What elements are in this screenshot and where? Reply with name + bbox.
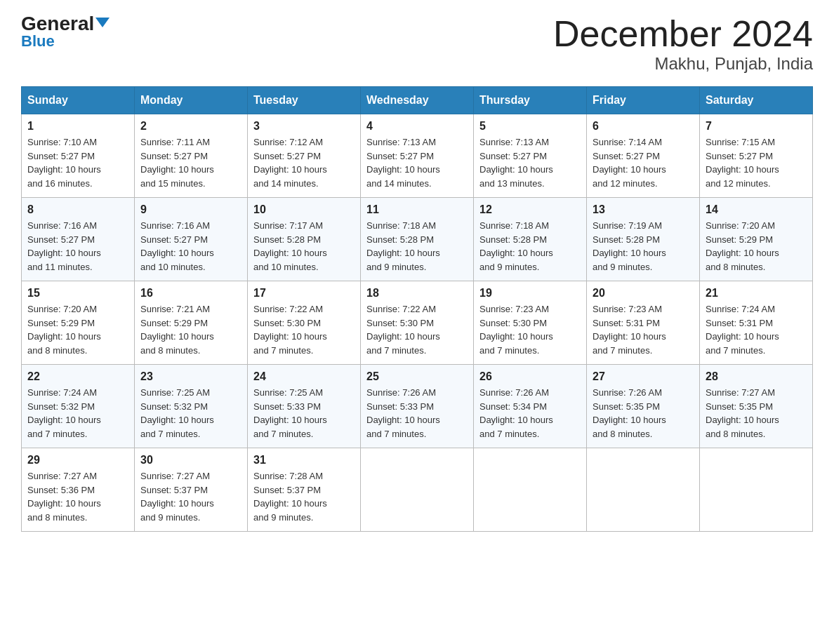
calendar-cell	[700, 448, 813, 532]
calendar-cell: 17 Sunrise: 7:22 AMSunset: 5:30 PMDaylig…	[248, 281, 361, 365]
day-number: 24	[253, 370, 355, 383]
day-number: 17	[253, 287, 355, 300]
calendar-cell: 21 Sunrise: 7:24 AMSunset: 5:31 PMDaylig…	[700, 281, 813, 365]
calendar-cell: 29 Sunrise: 7:27 AMSunset: 5:36 PMDaylig…	[22, 448, 135, 532]
col-tuesday: Tuesday	[248, 87, 361, 114]
day-number: 31	[253, 454, 355, 467]
day-info: Sunrise: 7:24 AMSunset: 5:32 PMDaylight:…	[27, 387, 101, 439]
calendar-cell: 18 Sunrise: 7:22 AMSunset: 5:30 PMDaylig…	[361, 281, 474, 365]
calendar-cell: 26 Sunrise: 7:26 AMSunset: 5:34 PMDaylig…	[474, 365, 587, 448]
day-info: Sunrise: 7:17 AMSunset: 5:28 PMDaylight:…	[253, 220, 327, 272]
col-thursday: Thursday	[474, 87, 587, 114]
calendar-title: December 2024	[553, 14, 813, 54]
day-info: Sunrise: 7:22 AMSunset: 5:30 PMDaylight:…	[366, 304, 440, 356]
col-monday: Monday	[135, 87, 248, 114]
day-number: 6	[593, 120, 694, 133]
calendar-cell: 30 Sunrise: 7:27 AMSunset: 5:37 PMDaylig…	[135, 448, 248, 532]
day-info: Sunrise: 7:16 AMSunset: 5:27 PMDaylight:…	[27, 220, 101, 272]
page-header: General Blue December 2024 Makhu, Punjab…	[21, 14, 813, 74]
calendar-cell: 19 Sunrise: 7:23 AMSunset: 5:30 PMDaylig…	[474, 281, 587, 365]
calendar-cell: 8 Sunrise: 7:16 AMSunset: 5:27 PMDayligh…	[22, 198, 135, 281]
day-number: 8	[27, 203, 128, 216]
calendar-cell	[587, 448, 700, 532]
day-number: 18	[366, 287, 468, 300]
day-number: 10	[253, 203, 355, 216]
calendar-cell: 7 Sunrise: 7:15 AMSunset: 5:27 PMDayligh…	[700, 114, 813, 198]
col-friday: Friday	[587, 87, 700, 114]
calendar-cell: 1 Sunrise: 7:10 AMSunset: 5:27 PMDayligh…	[22, 114, 135, 198]
day-info: Sunrise: 7:27 AMSunset: 5:36 PMDaylight:…	[27, 471, 101, 523]
calendar-cell	[361, 448, 474, 532]
day-number: 30	[140, 454, 241, 467]
calendar-table: Sunday Monday Tuesday Wednesday Thursday…	[21, 86, 813, 532]
calendar-cell	[474, 448, 587, 532]
day-info: Sunrise: 7:26 AMSunset: 5:35 PMDaylight:…	[593, 387, 666, 439]
calendar-cell: 6 Sunrise: 7:14 AMSunset: 5:27 PMDayligh…	[587, 114, 700, 198]
day-number: 26	[479, 370, 581, 383]
day-number: 15	[27, 287, 128, 300]
day-number: 21	[706, 287, 807, 300]
day-number: 4	[366, 120, 468, 133]
day-info: Sunrise: 7:28 AMSunset: 5:37 PMDaylight:…	[253, 471, 327, 523]
day-number: 25	[366, 370, 468, 383]
day-info: Sunrise: 7:25 AMSunset: 5:32 PMDaylight:…	[140, 387, 214, 439]
calendar-cell: 9 Sunrise: 7:16 AMSunset: 5:27 PMDayligh…	[135, 198, 248, 281]
day-info: Sunrise: 7:11 AMSunset: 5:27 PMDaylight:…	[140, 137, 214, 189]
day-info: Sunrise: 7:27 AMSunset: 5:35 PMDaylight:…	[706, 387, 779, 439]
day-info: Sunrise: 7:19 AMSunset: 5:28 PMDaylight:…	[593, 220, 666, 272]
logo-main-line: General	[21, 14, 110, 34]
day-info: Sunrise: 7:12 AMSunset: 5:27 PMDaylight:…	[253, 137, 327, 189]
calendar-cell: 4 Sunrise: 7:13 AMSunset: 5:27 PMDayligh…	[361, 114, 474, 198]
day-info: Sunrise: 7:22 AMSunset: 5:30 PMDaylight:…	[253, 304, 327, 356]
calendar-week-1: 1 Sunrise: 7:10 AMSunset: 5:27 PMDayligh…	[22, 114, 813, 198]
calendar-cell: 20 Sunrise: 7:23 AMSunset: 5:31 PMDaylig…	[587, 281, 700, 365]
day-info: Sunrise: 7:10 AMSunset: 5:27 PMDaylight:…	[27, 137, 101, 189]
calendar-subtitle: Makhu, Punjab, India	[553, 54, 813, 74]
day-number: 28	[706, 370, 807, 383]
day-number: 7	[706, 120, 807, 133]
calendar-cell: 23 Sunrise: 7:25 AMSunset: 5:32 PMDaylig…	[135, 365, 248, 448]
day-info: Sunrise: 7:20 AMSunset: 5:29 PMDaylight:…	[27, 304, 101, 356]
calendar-cell: 11 Sunrise: 7:18 AMSunset: 5:28 PMDaylig…	[361, 198, 474, 281]
day-info: Sunrise: 7:21 AMSunset: 5:29 PMDaylight:…	[140, 304, 214, 356]
day-number: 27	[593, 370, 694, 383]
day-number: 16	[140, 287, 241, 300]
day-info: Sunrise: 7:26 AMSunset: 5:34 PMDaylight:…	[479, 387, 553, 439]
day-info: Sunrise: 7:15 AMSunset: 5:27 PMDaylight:…	[706, 137, 779, 189]
day-number: 20	[593, 287, 694, 300]
calendar-cell: 22 Sunrise: 7:24 AMSunset: 5:32 PMDaylig…	[22, 365, 135, 448]
day-number: 2	[140, 120, 241, 133]
calendar-cell: 14 Sunrise: 7:20 AMSunset: 5:29 PMDaylig…	[700, 198, 813, 281]
day-info: Sunrise: 7:14 AMSunset: 5:27 PMDaylight:…	[593, 137, 666, 189]
calendar-cell: 31 Sunrise: 7:28 AMSunset: 5:37 PMDaylig…	[248, 448, 361, 532]
logo-blue: Blue	[21, 32, 55, 51]
day-info: Sunrise: 7:18 AMSunset: 5:28 PMDaylight:…	[366, 220, 440, 272]
calendar-cell: 28 Sunrise: 7:27 AMSunset: 5:35 PMDaylig…	[700, 365, 813, 448]
calendar-cell: 13 Sunrise: 7:19 AMSunset: 5:28 PMDaylig…	[587, 198, 700, 281]
day-number: 12	[479, 203, 581, 216]
calendar-cell: 5 Sunrise: 7:13 AMSunset: 5:27 PMDayligh…	[474, 114, 587, 198]
day-info: Sunrise: 7:16 AMSunset: 5:27 PMDaylight:…	[140, 220, 214, 272]
day-info: Sunrise: 7:23 AMSunset: 5:31 PMDaylight:…	[593, 304, 666, 356]
calendar-cell: 16 Sunrise: 7:21 AMSunset: 5:29 PMDaylig…	[135, 281, 248, 365]
calendar-cell: 27 Sunrise: 7:26 AMSunset: 5:35 PMDaylig…	[587, 365, 700, 448]
day-number: 3	[253, 120, 355, 133]
header-row: Sunday Monday Tuesday Wednesday Thursday…	[22, 87, 813, 114]
calendar-week-5: 29 Sunrise: 7:27 AMSunset: 5:36 PMDaylig…	[22, 448, 813, 532]
day-info: Sunrise: 7:13 AMSunset: 5:27 PMDaylight:…	[479, 137, 553, 189]
logo-general: General	[21, 13, 110, 34]
logo-triangle-icon	[95, 18, 110, 27]
calendar-cell: 24 Sunrise: 7:25 AMSunset: 5:33 PMDaylig…	[248, 365, 361, 448]
day-number: 14	[706, 203, 807, 216]
col-wednesday: Wednesday	[361, 87, 474, 114]
day-number: 19	[479, 287, 581, 300]
calendar-week-2: 8 Sunrise: 7:16 AMSunset: 5:27 PMDayligh…	[22, 198, 813, 281]
calendar-cell: 25 Sunrise: 7:26 AMSunset: 5:33 PMDaylig…	[361, 365, 474, 448]
calendar-cell: 12 Sunrise: 7:18 AMSunset: 5:28 PMDaylig…	[474, 198, 587, 281]
day-info: Sunrise: 7:25 AMSunset: 5:33 PMDaylight:…	[253, 387, 327, 439]
day-info: Sunrise: 7:26 AMSunset: 5:33 PMDaylight:…	[366, 387, 440, 439]
col-sunday: Sunday	[22, 87, 135, 114]
col-saturday: Saturday	[700, 87, 813, 114]
day-number: 23	[140, 370, 241, 383]
calendar-week-4: 22 Sunrise: 7:24 AMSunset: 5:32 PMDaylig…	[22, 365, 813, 448]
